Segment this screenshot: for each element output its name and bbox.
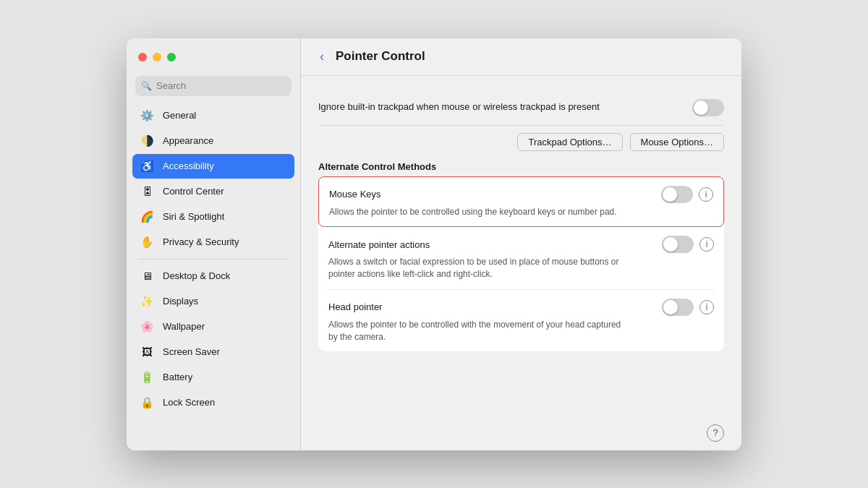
content-body: Ignore built-in trackpad when mouse or w… — [301, 76, 741, 419]
alt-pointer-desc: Allows a switch or facial expression to … — [328, 256, 632, 281]
back-button[interactable]: ‹ — [315, 48, 328, 66]
alternate-control-methods-label: Alternate Control Methods — [318, 161, 724, 172]
sidebar-label-screen-saver: Screen Saver — [163, 346, 220, 357]
maximize-button[interactable] — [167, 53, 176, 61]
head-pointer-item: Head pointer i Allows the pointer to be … — [328, 290, 714, 352]
head-pointer-toggle[interactable] — [662, 299, 694, 316]
sidebar-separator-1 — [138, 259, 289, 260]
mouse-options-button[interactable]: Mouse Options… — [630, 133, 724, 151]
content-area: ‹ Pointer Control Ignore built-in trackp… — [300, 38, 741, 450]
sidebar-label-control-center: Control Center — [163, 186, 224, 197]
mouse-keys-title: Mouse Keys — [329, 189, 381, 200]
wallpaper-icon: 🌸 — [138, 318, 156, 335]
head-pointer-title: Head pointer — [328, 301, 382, 312]
sidebar-label-siri: Siri & Spotlight — [163, 211, 224, 222]
lock-screen-icon: 🔒 — [138, 394, 156, 411]
alt-pointer-item: Alternate pointer actions i Allows a swi… — [328, 227, 714, 290]
alt-pointer-title: Alternate pointer actions — [328, 239, 430, 250]
general-icon: ⚙️ — [138, 107, 156, 124]
sidebar-label-privacy: Privacy & Security — [163, 236, 239, 247]
trackpad-ignore-controls — [692, 99, 724, 116]
privacy-icon: ✋ — [138, 234, 156, 251]
sidebar-item-displays[interactable]: ✨ Displays — [132, 289, 294, 314]
close-button[interactable] — [138, 53, 147, 61]
search-input[interactable] — [156, 80, 286, 91]
sidebar-label-desktop: Desktop & Dock — [163, 270, 230, 281]
appearance-icon: 🌗 — [138, 132, 156, 150]
desktop-icon: 🖥 — [138, 267, 156, 285]
alt-control-section: Mouse Keys i Allows the pointer to be co… — [318, 176, 724, 352]
head-pointer-info-button[interactable]: i — [699, 300, 714, 314]
trackpad-options-button[interactable]: Trackpad Options… — [517, 133, 622, 151]
mouse-keys-toggle-knob — [663, 187, 677, 202]
titlebar — [127, 38, 300, 76]
control-center-icon: 🎛 — [138, 183, 156, 200]
sidebar-label-lock-screen: Lock Screen — [163, 397, 215, 408]
sidebar-item-siri-spotlight[interactable]: 🌈 Siri & Spotlight — [132, 205, 294, 229]
head-pointer-toggle-knob — [663, 300, 678, 314]
sidebar-label-appearance: Appearance — [163, 135, 213, 146]
mouse-keys-header: Mouse Keys i — [329, 186, 713, 203]
sidebar-item-accessibility[interactable]: ♿ Accessibility — [132, 154, 294, 179]
trackpad-ignore-toggle[interactable] — [692, 99, 724, 116]
sidebar-label-accessibility: Accessibility — [163, 160, 214, 171]
search-bar[interactable]: 🔍 — [135, 76, 292, 96]
accessibility-icon: ♿ — [138, 158, 156, 175]
trackpad-ignore-label: Ignore built-in trackpad when mouse or w… — [318, 100, 600, 114]
content-header: ‹ Pointer Control — [301, 38, 741, 76]
head-pointer-controls: i — [662, 299, 714, 316]
mouse-keys-controls: i — [661, 186, 713, 203]
sidebar-item-lock-screen[interactable]: 🔒 Lock Screen — [132, 390, 294, 415]
alt-pointer-toggle[interactable] — [662, 236, 694, 253]
sidebar-item-general[interactable]: ⚙️ General — [132, 103, 294, 128]
sidebar-item-battery[interactable]: 🔋 Battery — [132, 365, 294, 390]
sidebar-label-wallpaper: Wallpaper — [163, 321, 205, 332]
sidebar-item-control-center[interactable]: 🎛 Control Center — [132, 179, 294, 204]
sidebar-item-appearance[interactable]: 🌗 Appearance — [132, 129, 294, 153]
sidebar-item-privacy-security[interactable]: ✋ Privacy & Security — [132, 230, 294, 254]
alt-pointer-header: Alternate pointer actions i — [328, 236, 714, 253]
mouse-keys-toggle[interactable] — [661, 186, 693, 203]
head-pointer-desc: Allows the pointer to be controlled with… — [328, 319, 632, 343]
mouse-keys-item: Mouse Keys i Allows the pointer to be co… — [318, 176, 724, 228]
sidebar-item-screen-saver[interactable]: 🖼 Screen Saver — [132, 340, 294, 364]
displays-icon: ✨ — [138, 293, 156, 310]
sidebar-label-displays: Displays — [163, 296, 198, 307]
alt-pointer-toggle-knob — [663, 237, 678, 252]
alt-pointer-controls: i — [662, 236, 714, 253]
sidebar-label-battery: Battery — [163, 372, 192, 382]
content-footer: ? — [301, 419, 741, 450]
screen-saver-icon: 🖼 — [138, 343, 156, 361]
help-button[interactable]: ? — [707, 424, 724, 442]
system-preferences-window: 🔍 ⚙️ General 🌗 Appearance ♿ Accessibilit… — [127, 38, 741, 450]
mouse-keys-info-button[interactable]: i — [699, 187, 713, 202]
head-pointer-header: Head pointer i — [328, 299, 714, 316]
sidebar-label-general: General — [163, 110, 196, 121]
sidebar-item-desktop-dock[interactable]: 🖥 Desktop & Dock — [132, 264, 294, 288]
sidebar-item-wallpaper[interactable]: 🌸 Wallpaper — [132, 314, 294, 339]
trackpad-ignore-row: Ignore built-in trackpad when mouse or w… — [318, 90, 724, 126]
minimize-button[interactable] — [153, 53, 161, 61]
trackpad-ignore-toggle-knob — [694, 100, 708, 115]
alt-pointer-info-button[interactable]: i — [699, 237, 714, 252]
options-buttons-row: Trackpad Options… Mouse Options… — [318, 126, 724, 154]
page-title: Pointer Control — [336, 49, 425, 64]
sidebar: 🔍 ⚙️ General 🌗 Appearance ♿ Accessibilit… — [127, 38, 300, 450]
search-icon: 🔍 — [141, 81, 152, 91]
sidebar-list: ⚙️ General 🌗 Appearance ♿ Accessibility … — [127, 103, 300, 450]
battery-icon: 🔋 — [138, 369, 156, 386]
siri-icon: 🌈 — [138, 208, 156, 226]
mouse-keys-desc: Allows the pointer to be controlled usin… — [329, 206, 633, 218]
